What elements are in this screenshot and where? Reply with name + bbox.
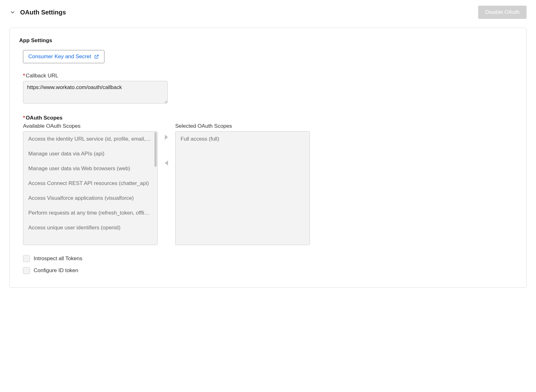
configure-id-token-label: Configure ID token — [34, 267, 78, 274]
triangle-right-icon — [165, 135, 168, 140]
scope-move-buttons — [158, 121, 175, 166]
required-asterisk: * — [23, 73, 25, 79]
list-item[interactable]: Access Connect REST API resources (chatt… — [23, 176, 157, 191]
list-item[interactable]: Access Visualforce applications (visualf… — [23, 191, 157, 205]
list-item[interactable]: Perform requests at any time (refresh_to… — [23, 205, 157, 220]
configure-id-token-checkbox[interactable] — [23, 267, 30, 274]
consumer-key-secret-label: Consumer Key and Secret — [28, 53, 91, 60]
checkbox-block: Introspect all Tokens Configure ID token — [23, 255, 517, 274]
list-item[interactable]: Access unique user identifiers (openid) — [23, 220, 157, 235]
move-right-button[interactable] — [163, 134, 170, 141]
callback-url-label: *Callback URL — [23, 73, 517, 79]
section-header-left[interactable]: OAuth Settings — [9, 9, 66, 16]
callback-url-input[interactable] — [23, 81, 168, 104]
configure-id-token-row[interactable]: Configure ID token — [23, 267, 517, 274]
chevron-down-icon — [9, 9, 16, 15]
callback-url-field: *Callback URL — [23, 73, 517, 105]
selected-scopes-label: Selected OAuth Scopes — [175, 123, 310, 129]
selected-scopes-list[interactable]: Full access (full) — [175, 131, 310, 245]
app-settings-panel: App Settings Consumer Key and Secret *Ca… — [9, 28, 527, 288]
introspect-tokens-row[interactable]: Introspect all Tokens — [23, 255, 517, 262]
external-link-icon — [94, 54, 99, 59]
panel-heading: App Settings — [19, 37, 517, 44]
move-left-button[interactable] — [163, 160, 170, 166]
oauth-scopes-dual-list: Available OAuth Scopes Access the identi… — [23, 121, 517, 245]
triangle-left-icon — [165, 160, 168, 165]
section-title: OAuth Settings — [20, 9, 66, 16]
consumer-key-secret-link[interactable]: Consumer Key and Secret — [23, 50, 104, 63]
list-item[interactable]: Manage user data via Web browsers (web) — [23, 161, 157, 176]
available-scopes-label: Available OAuth Scopes — [23, 123, 158, 129]
oauth-scopes-heading: *OAuth Scopes — [23, 115, 517, 121]
list-item[interactable]: Manage user data via APIs (api) — [23, 146, 157, 161]
introspect-tokens-checkbox[interactable] — [23, 255, 30, 262]
required-asterisk: * — [23, 115, 25, 121]
introspect-tokens-label: Introspect all Tokens — [34, 255, 82, 262]
list-item[interactable]: Full access (full) — [176, 132, 310, 146]
disable-oauth-button[interactable]: Disable OAuth — [478, 6, 527, 19]
section-header: OAuth Settings Disable OAuth — [9, 6, 527, 19]
available-scopes-column: Available OAuth Scopes Access the identi… — [23, 121, 158, 245]
available-scopes-list[interactable]: Access the identity URL service (id, pro… — [23, 131, 158, 245]
selected-scopes-column: Selected OAuth Scopes Full access (full) — [175, 121, 310, 245]
list-item[interactable]: Access the identity URL service (id, pro… — [23, 132, 157, 146]
